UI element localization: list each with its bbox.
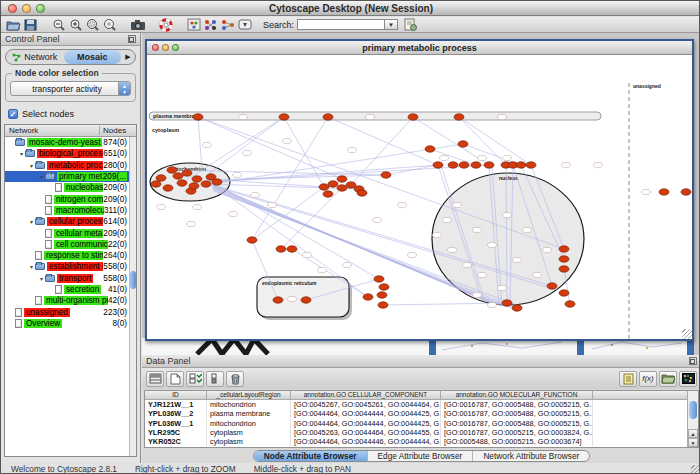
network-node[interactable] (502, 300, 512, 306)
tab-network-attribute-browser[interactable]: Network Attribute Browser (473, 451, 589, 461)
network-node[interactable] (357, 190, 367, 196)
save-session-icon[interactable] (22, 17, 39, 32)
network-node-outline[interactable] (440, 155, 449, 160)
expand-arrow-icon[interactable]: ▾ (38, 173, 45, 180)
open-session-icon[interactable] (5, 17, 22, 32)
network-node[interactable] (337, 185, 347, 191)
network-node[interactable] (156, 175, 166, 181)
help-ring-icon[interactable] (157, 17, 174, 32)
network-node-outline[interactable] (543, 247, 552, 252)
search-input[interactable] (297, 19, 385, 30)
annotation-icon[interactable] (402, 17, 419, 32)
zoom-out-icon[interactable] (50, 17, 67, 32)
expand-arrow-icon[interactable]: ▾ (18, 150, 25, 157)
tab-network[interactable]: Network (6, 50, 64, 64)
network-node[interactable] (379, 284, 389, 290)
attribute-columns-icon[interactable] (146, 371, 164, 387)
expand-arrow-icon[interactable]: ▾ (38, 275, 45, 282)
network-node-outline[interactable] (498, 114, 507, 119)
import-attributes-icon[interactable] (659, 371, 677, 387)
network-node-outline[interactable] (268, 202, 277, 207)
network-node[interactable] (319, 184, 329, 190)
network-node-outline[interactable] (303, 252, 312, 257)
network-node[interactable] (337, 176, 347, 182)
network-node[interactable] (512, 305, 522, 311)
filter-icon[interactable] (236, 17, 253, 32)
table-row[interactable]: YPL036W__1mitochondrion[GO:0044464, GO:0… (145, 419, 698, 428)
tree-row[interactable]: ▾establishment of lo558(0) (5, 261, 136, 272)
tree-row[interactable]: secretion41(0) (5, 284, 136, 295)
network-node[interactable] (378, 302, 388, 308)
network-node[interactable] (247, 237, 257, 243)
network-node-outline[interactable] (239, 114, 248, 119)
network-node-outline[interactable] (251, 192, 260, 197)
network-node-outline[interactable] (513, 257, 522, 262)
network-node-outline[interactable] (562, 162, 571, 167)
network-node[interactable] (323, 191, 333, 197)
network-node-outline[interactable] (243, 150, 252, 155)
network-node-outline[interactable] (203, 142, 212, 147)
tree-header-nodes[interactable]: Nodes (100, 126, 136, 135)
vizmapper-icon[interactable] (185, 17, 202, 32)
network-node[interactable] (433, 162, 443, 168)
column-header[interactable]: ID (145, 391, 207, 399)
expand-arrow-icon[interactable]: ▾ (28, 162, 35, 169)
layout-2-icon[interactable] (219, 17, 236, 32)
unselect-attributes-icon[interactable] (206, 371, 224, 387)
network-node-outline[interactable] (233, 172, 242, 177)
network-node[interactable] (484, 162, 494, 168)
network-node[interactable] (182, 170, 192, 176)
network-node[interactable] (408, 114, 418, 120)
network-node[interactable] (559, 290, 569, 296)
network-node-outline[interactable] (488, 302, 497, 307)
tree-row[interactable]: macromolecule311(0) (5, 205, 136, 216)
network-node-outline[interactable] (594, 162, 603, 167)
network-node-outline[interactable] (523, 227, 532, 232)
network-node[interactable] (273, 297, 283, 303)
network-node-outline[interactable] (433, 232, 442, 237)
tree-row[interactable]: Overview8(0) (5, 318, 136, 329)
network-node-outline[interactable] (488, 242, 497, 247)
tree-row[interactable]: response to stimulu264(0) (5, 250, 136, 261)
scroll-up-button[interactable]: ▲ (688, 429, 698, 438)
table-row[interactable]: YJR121W__1mitochondrion[GO:0045267, GO:0… (145, 400, 698, 409)
tree-row[interactable]: cellular metabo209(0) (5, 227, 136, 238)
network-node-outline[interactable] (408, 252, 417, 257)
tree-row[interactable]: mosaic-demo-yeast874(0) (5, 137, 136, 148)
network-node[interactable] (189, 183, 199, 189)
network-node[interactable] (177, 180, 187, 186)
network-node-outline[interactable] (187, 221, 196, 226)
network-node-outline[interactable] (318, 267, 327, 272)
column-header[interactable]: annotation.GO CELLULAR_COMPONENT (291, 391, 441, 399)
column-header[interactable]: _cellularLayoutRegion (207, 391, 291, 399)
network-node[interactable] (526, 162, 536, 168)
network-node[interactable] (559, 246, 569, 252)
search-dropdown-button[interactable]: ▼ (385, 19, 398, 30)
tree-row[interactable]: ▾transport558(0) (5, 273, 136, 284)
select-attributes-icon[interactable] (186, 371, 204, 387)
layout-1-icon[interactable] (202, 17, 219, 32)
network-node[interactable] (301, 297, 311, 303)
network-node[interactable] (659, 189, 669, 195)
network-node[interactable] (173, 173, 183, 179)
network-node[interactable] (193, 114, 203, 120)
float-data-panel-icon[interactable] (689, 357, 697, 365)
network-node[interactable] (454, 114, 464, 120)
tree-row[interactable]: ▾primary metabo209(... (5, 171, 136, 182)
delete-attribute-icon[interactable] (226, 371, 244, 387)
tab-edge-attribute-browser[interactable]: Edge Attribute Browser (368, 451, 474, 461)
network-node-outline[interactable] (473, 292, 482, 297)
zoom-in-icon[interactable] (67, 17, 84, 32)
network-node[interactable] (363, 294, 373, 300)
network-node[interactable] (163, 185, 173, 191)
network-node-outline[interactable] (443, 217, 452, 222)
network-node[interactable] (151, 181, 161, 187)
tree-row[interactable]: ▾biological_process651(0) (5, 148, 136, 159)
network-node[interactable] (459, 162, 469, 168)
network-node[interactable] (323, 114, 333, 120)
network-node-outline[interactable] (398, 202, 407, 207)
network-node-outline[interactable] (478, 272, 487, 277)
network-node-outline[interactable] (448, 247, 457, 252)
tab-mosaic[interactable]: Mosaic (64, 50, 122, 64)
node-color-dropdown[interactable]: transporter activity ▲▼ (10, 81, 131, 96)
